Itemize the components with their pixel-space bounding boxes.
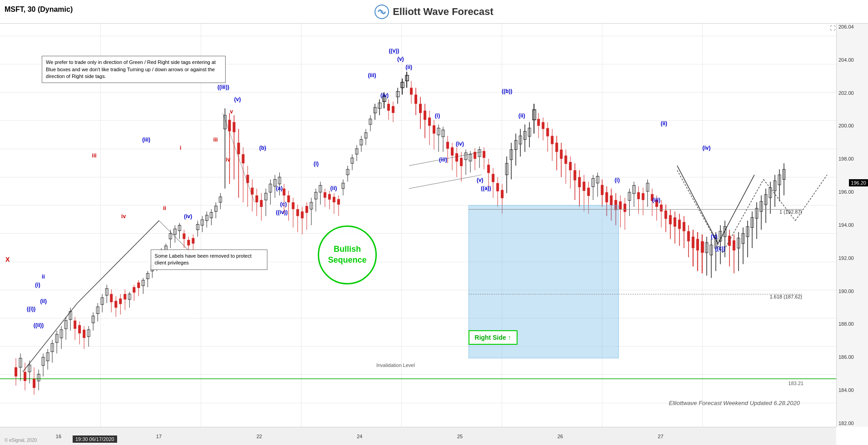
- svg-rect-287: [642, 193, 645, 200]
- svg-rect-301: [674, 217, 676, 226]
- svg-rect-137: [301, 211, 304, 218]
- svg-rect-225: [501, 190, 503, 198]
- wave-label-iv-855: (iv): [380, 92, 389, 98]
- time-label-25: 25: [457, 434, 463, 439]
- svg-rect-175: [387, 104, 390, 111]
- svg-rect-217: [483, 151, 485, 158]
- svg-rect-149: [328, 194, 331, 200]
- svg-rect-53: [110, 294, 113, 302]
- level-618-line: [469, 294, 802, 294]
- time-label-24: 24: [357, 434, 362, 439]
- svg-rect-19: [33, 379, 35, 388]
- svg-rect-261: [582, 182, 585, 191]
- svg-rect-147: [324, 192, 326, 198]
- chart-title-text: Elliott Wave Forecast: [393, 6, 493, 18]
- svg-rect-207: [460, 158, 463, 166]
- svg-rect-305: [683, 222, 686, 231]
- price-axis: 206.04 204.00 202.00 200.00 198.00 196.0…: [836, 24, 868, 427]
- svg-rect-247: [551, 136, 553, 144]
- wave-label-red-ii: ii: [163, 205, 166, 211]
- time-label-16: 16: [56, 434, 61, 439]
- price-206: 206.04: [837, 24, 868, 29]
- wave-label-iv-1025: (iv): [456, 141, 464, 147]
- price-182: 182.00: [837, 421, 868, 426]
- svg-rect-119: [260, 200, 263, 207]
- wave-label-double-iv: ((iv)): [276, 209, 288, 215]
- price-186: 186.00: [837, 355, 868, 360]
- time-axis: 16 17 22 24 25 26 27: [0, 427, 836, 445]
- svg-rect-295: [660, 205, 663, 211]
- svg-rect-271: [605, 192, 608, 202]
- svg-rect-139: [306, 206, 308, 213]
- svg-rect-151: [333, 197, 335, 202]
- time-label-17: 17: [156, 434, 162, 439]
- price-194: 194.00: [837, 223, 868, 228]
- wave-label-red-iii-2: iii: [213, 137, 218, 143]
- wave-label-paren-ii-1: (ii): [40, 298, 47, 304]
- svg-rect-113: [247, 175, 249, 183]
- svg-rect-133: [292, 202, 295, 209]
- time-label-22: 22: [256, 434, 262, 439]
- wave-label-iii-blue: (iii): [142, 137, 150, 143]
- chart-area: Invalidation Level 183.21: [0, 24, 836, 427]
- wave-label-iii-1465: (iii): [652, 197, 661, 203]
- svg-rect-273: [610, 196, 612, 205]
- svg-rect-57: [119, 298, 122, 304]
- svg-rect-15: [24, 372, 26, 381]
- svg-rect-135: [296, 209, 299, 216]
- price-202: 202.00: [837, 91, 868, 96]
- price-192: 192.00: [837, 256, 868, 261]
- wave-label-i-small: (i): [35, 282, 40, 288]
- wave-label-double-ii: ((ii)): [34, 322, 44, 328]
- fullscreen-icon[interactable]: ⛶: [830, 25, 835, 31]
- svg-rect-195: [433, 125, 435, 133]
- candlestick-chart: X: [0, 24, 836, 427]
- wave-label-double-b: ((b)): [502, 88, 512, 94]
- svg-rect-115: [251, 188, 254, 195]
- svg-line-6: [677, 166, 718, 244]
- svg-rect-87: [187, 240, 190, 245]
- svg-rect-269: [601, 185, 603, 195]
- svg-rect-187: [414, 95, 417, 104]
- svg-rect-117: [256, 196, 258, 202]
- svg-rect-111: [242, 154, 245, 163]
- svg-rect-245: [546, 128, 549, 136]
- svg-rect-255: [569, 162, 572, 170]
- footer-left: © eSignal, 2020: [5, 438, 37, 443]
- wave-label-iv-right: (iv): [702, 145, 710, 151]
- svg-rect-299: [669, 215, 672, 224]
- svg-rect-253: [564, 156, 567, 164]
- svg-rect-285: [637, 192, 640, 199]
- right-side-text: Right Side ↑: [475, 334, 511, 341]
- level-618-label: 1.618 (187.62): [769, 294, 802, 299]
- svg-rect-109: [237, 143, 240, 154]
- svg-rect-259: [578, 177, 581, 187]
- svg-rect-89: [192, 238, 194, 244]
- svg-rect-203: [451, 147, 454, 156]
- wave-label-red-i: i: [180, 145, 181, 151]
- svg-rect-243: [542, 122, 544, 129]
- wave-label-i-695: (i): [314, 161, 319, 167]
- wave-label-ii: ii: [42, 274, 45, 280]
- svg-text:X: X: [5, 256, 10, 263]
- price-198: 198.00: [837, 156, 868, 161]
- svg-rect-219: [487, 165, 490, 173]
- svg-rect-189: [419, 104, 422, 113]
- svg-rect-59: [123, 294, 126, 299]
- svg-rect-213: [473, 152, 476, 159]
- wave-label-double-i: ((i)): [27, 306, 35, 312]
- wave-label-b: (b): [259, 145, 266, 151]
- labels-removed-box: Some Labels have been removed to protect…: [151, 249, 268, 270]
- wave-label-ii-after-peak: (ii): [405, 64, 412, 70]
- labels-removed-text: Some Labels have been removed to protect…: [155, 253, 252, 265]
- wave-label-iv-blue: (iv): [184, 213, 192, 220]
- svg-rect-221: [492, 174, 494, 182]
- svg-rect-11: [15, 367, 17, 377]
- timestamp-box: 19:30 06/17/2020: [73, 435, 117, 443]
- svg-rect-37: [74, 321, 76, 329]
- svg-rect-41: [83, 330, 85, 338]
- svg-rect-303: [678, 220, 681, 229]
- svg-rect-309: [692, 237, 695, 248]
- price-190: 190.00: [837, 289, 868, 294]
- chart-container: MSFT, 30 (Dynamic) Elliott Wave Forecast: [0, 0, 868, 445]
